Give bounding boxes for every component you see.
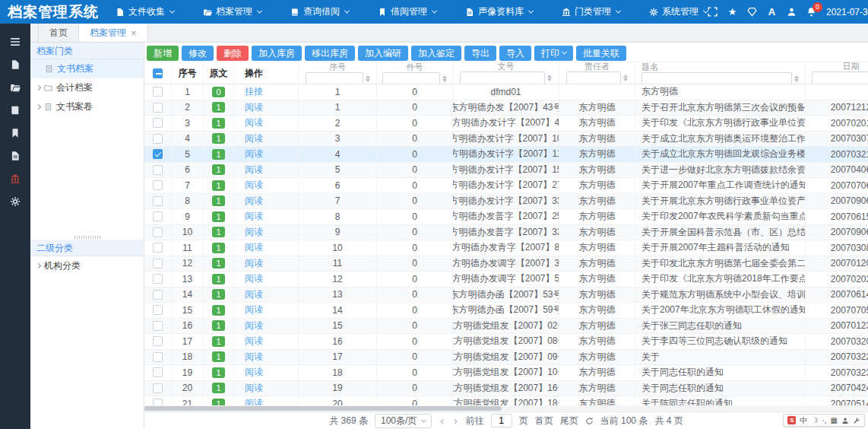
row-action-link[interactable]: 阅读 <box>245 195 263 208</box>
table-row[interactable]: 13 1 阅读 12 0 东方明德办发调字【2007】5号 东方明德 关于印发《… <box>144 272 868 288</box>
table-row[interactable]: 10 1 阅读 9 0 东方明德办发普字【2007】32号 东方明德 关于开展全… <box>144 225 868 241</box>
row-checkbox[interactable] <box>153 274 163 284</box>
table-row[interactable]: 21 1 阅读 20 0 东方明德党组发【2007】18号 东方明德 关于陈同志… <box>144 396 868 405</box>
tree-item-document-volume[interactable]: 文书案卷 <box>30 97 144 116</box>
font-size-icon[interactable]: A <box>767 7 777 17</box>
panel-splitter[interactable] <box>30 234 144 240</box>
row-checkbox[interactable] <box>153 321 163 331</box>
refresh-icon[interactable] <box>585 417 594 425</box>
toolbar-button[interactable]: 加入库房 <box>252 46 302 61</box>
sort-control[interactable] <box>366 75 370 82</box>
fullscreen-icon[interactable] <box>708 7 718 17</box>
row-action-link[interactable]: 阅读 <box>245 116 263 129</box>
row-action-link[interactable]: 阅读 <box>245 288 263 301</box>
table-row[interactable]: 8 1 阅读 7 0 东方明德办发计字【2007】33号 东方明德 关于开展北京… <box>144 194 868 210</box>
row-checkbox[interactable] <box>153 367 163 377</box>
toolbar-button[interactable]: 导入 <box>499 46 531 61</box>
toolbar-button[interactable]: 导出 <box>464 46 496 61</box>
menu-media-library[interactable]: 声像资料库 <box>465 5 533 18</box>
table-row[interactable]: 9 1 阅读 8 0 东方明德办发普字【2007】25号 东方明德 关于印发20… <box>144 209 868 225</box>
row-checkbox[interactable] <box>153 87 163 97</box>
menu-archive-manage[interactable]: 档案管理 <box>203 5 261 18</box>
row-checkbox[interactable] <box>153 165 163 175</box>
row-checkbox[interactable] <box>153 180 163 190</box>
punctuation-icon[interactable]: ·, <box>822 417 826 424</box>
close-icon[interactable]: × <box>131 28 137 38</box>
row-action-link[interactable]: 阅读 <box>245 179 263 192</box>
first-page-link[interactable]: 首页 <box>535 415 553 427</box>
row-action-link[interactable]: 阅读 <box>245 272 263 285</box>
toolbar-button[interactable]: 删除 <box>217 46 249 61</box>
rail-bank-icon[interactable] <box>4 167 27 190</box>
row-checkbox[interactable] <box>153 259 163 269</box>
row-action-link[interactable]: 阅读 <box>245 257 263 270</box>
row-action-link[interactable]: 阅读 <box>245 319 263 332</box>
ime-toolbar[interactable]: S 中 ☽ ·, ▦ <box>783 414 865 427</box>
keyboard-icon[interactable]: ▦ <box>831 417 838 424</box>
horizontal-scrollbar[interactable] <box>144 405 868 412</box>
tree-item-document-archive[interactable]: 文书档案 <box>30 59 144 78</box>
row-action-link[interactable]: 阅读 <box>245 382 263 395</box>
toolbar-button[interactable]: 移出库房 <box>305 46 355 61</box>
menu-borrow-manage[interactable]: 借阅管理 <box>378 5 436 18</box>
bell-icon[interactable]: 0 <box>806 7 816 17</box>
table-row[interactable]: 15 1 阅读 14 0 东方明德办函【2007】59号 东方明德 关于2007… <box>144 303 868 319</box>
hamburger-menu-icon[interactable] <box>4 30 27 53</box>
table-row[interactable]: 1 0 挂接 1 0 dfmd01 东方明德 <box>144 84 868 100</box>
row-action-link[interactable]: 阅读 <box>245 397 263 405</box>
person-icon[interactable] <box>841 417 849 424</box>
row-checkbox[interactable] <box>153 336 163 346</box>
moon-icon[interactable]: ☽ <box>811 417 818 424</box>
toolbar-button[interactable]: 打印 <box>534 46 573 61</box>
tab-home[interactable]: 首页 <box>38 24 79 42</box>
menu-query-borrow[interactable]: 查询借阅 <box>290 5 349 18</box>
sort-control[interactable] <box>547 75 552 81</box>
menu-file-collect[interactable]: 文件收集 <box>116 5 174 18</box>
row-checkbox[interactable] <box>153 211 163 221</box>
row-action-link[interactable]: 阅读 <box>245 210 263 223</box>
row-action-link[interactable]: 阅读 <box>245 164 263 176</box>
row-checkbox[interactable] <box>153 290 163 300</box>
row-checkbox[interactable] <box>153 196 163 206</box>
row-checkbox[interactable] <box>153 149 163 159</box>
menu-system-manage[interactable]: 系统管理 <box>649 5 708 18</box>
row-action-link[interactable]: 阅读 <box>245 351 263 364</box>
row-action-link[interactable]: 阅读 <box>245 148 263 160</box>
last-page-link[interactable]: 尾页 <box>560 415 578 427</box>
sort-control[interactable] <box>794 75 799 82</box>
select-all-checkbox[interactable] <box>153 68 163 78</box>
toolbar-button[interactable]: 新增 <box>147 46 179 61</box>
table-row[interactable]: 4 1 阅读 3 0 东方明德办发计字【2007】10号 东方明德 关于成立北京… <box>144 132 868 148</box>
title-filter-input[interactable] <box>641 72 792 84</box>
row-action-link[interactable]: 阅读 <box>245 226 263 239</box>
tab-archive-manage[interactable]: 档案管理 × <box>79 24 148 42</box>
gem-icon[interactable] <box>747 7 757 17</box>
toolbar-button[interactable]: 修改 <box>182 46 214 61</box>
sort-control[interactable] <box>623 75 628 81</box>
doc-no-filter-input[interactable] <box>460 72 545 84</box>
toolbar-button[interactable]: 加入编研 <box>358 46 408 61</box>
table-row[interactable]: 5 1 阅读 4 0 东方明德办发计字【2007】11号 东方明德 关于成立北京… <box>144 147 868 163</box>
table-row[interactable]: 19 1 阅读 18 0 东方明德党组发【2007】10号 东方明德 关于同志任… <box>144 365 868 381</box>
row-checkbox[interactable] <box>153 118 163 128</box>
seq-filter-input[interactable] <box>306 72 363 84</box>
table-row[interactable]: 18 1 阅读 17 0 东方明德党组发【2007】09号 东方明德 关于 20… <box>144 350 868 366</box>
responsible-filter-input[interactable] <box>566 72 621 84</box>
page-number-input[interactable] <box>491 414 512 427</box>
row-action-link[interactable]: 阅读 <box>245 132 263 145</box>
row-checkbox[interactable] <box>153 383 163 393</box>
row-action-link[interactable]: 挂接 <box>245 85 263 98</box>
ime-logo-icon[interactable]: S <box>787 416 796 424</box>
rail-folder-icon[interactable] <box>4 76 27 99</box>
row-checkbox[interactable] <box>153 103 163 113</box>
table-row[interactable]: 14 1 阅读 13 0 东方明德办函【2007】53号 东方明德 关于规范东方… <box>144 288 868 303</box>
next-page-button[interactable]: › <box>452 415 459 427</box>
row-action-link[interactable]: 阅读 <box>245 335 263 348</box>
chevron-right-icon[interactable] <box>36 104 41 110</box>
rail-book-icon[interactable] <box>4 99 27 122</box>
rail-gear-icon[interactable] <box>4 190 27 213</box>
table-row[interactable]: 6 1 阅读 5 0 东方明德办发计字【2007】15号 东方明德 关于进一步做… <box>144 163 868 179</box>
star-icon[interactable]: ★ <box>727 7 737 17</box>
page-size-select[interactable]: 100条/页 <box>375 414 432 428</box>
row-checkbox[interactable] <box>153 399 163 405</box>
